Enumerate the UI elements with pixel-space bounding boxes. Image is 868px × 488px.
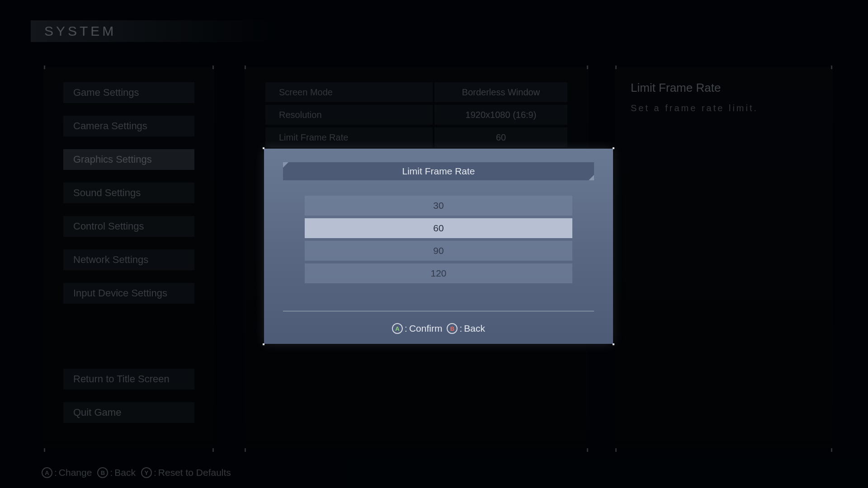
modal-separator [283,311,594,311]
limit-frame-rate-modal: Limit Frame Rate 30 60 90 120 A : Confir… [264,149,613,344]
system-settings-screen: SYSTEM Game Settings Camera Settings Gra… [0,0,868,488]
hint-label: Confirm [409,323,443,334]
modal-option-label: 60 [433,223,443,234]
b-button-icon: B [447,323,458,334]
modal-option-120[interactable]: 120 [305,263,572,283]
modal-title-bar: Limit Frame Rate [283,162,594,180]
hint-label: Back [464,323,485,334]
modal-title: Limit Frame Rate [402,166,475,177]
modal-hints: A : Confirm B : Back [264,323,613,334]
modal-option-label: 90 [433,245,443,256]
modal-option-label: 120 [430,268,446,279]
modal-hint-back: B : Back [447,323,485,334]
modal-option-label: 30 [433,200,443,211]
a-button-icon: A [392,323,403,334]
modal-hint-confirm: A : Confirm [392,323,442,334]
modal-option-90[interactable]: 90 [305,241,572,261]
modal-options: 30 60 90 120 [305,196,572,283]
modal-option-30[interactable]: 30 [305,196,572,216]
modal-option-60[interactable]: 60 [305,218,572,238]
